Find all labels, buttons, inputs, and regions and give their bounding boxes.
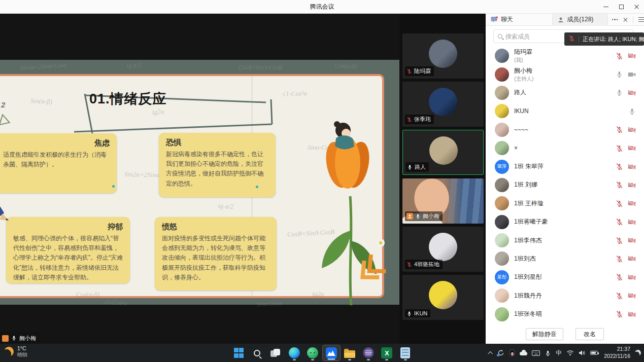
- wifi-icon[interactable]: [566, 350, 574, 356]
- tab-chat[interactable]: 聊天: [486, 14, 552, 26]
- mic-on-icon[interactable]: [616, 70, 623, 78]
- member-name: 1班 朱翠萍: [514, 162, 544, 171]
- camera-on-icon[interactable]: [628, 71, 636, 78]
- member-row[interactable]: ~~~~: [486, 121, 644, 139]
- member-row[interactable]: 翠萍1班 朱翠萍: [486, 157, 644, 175]
- camera-off-icon[interactable]: [628, 200, 636, 206]
- member-row[interactable]: IKUN: [486, 102, 644, 120]
- mic-muted-icon[interactable]: [616, 273, 623, 281]
- member-row[interactable]: 星彤1班刘星彤: [486, 268, 644, 286]
- mic-muted-icon[interactable]: [616, 218, 623, 226]
- camera-off-icon[interactable]: [628, 219, 636, 225]
- member-name: 1班魏丹丹: [514, 292, 542, 300]
- microphone-icon[interactable]: [545, 350, 551, 356]
- camera-off-icon[interactable]: [628, 127, 636, 133]
- camera-off-icon[interactable]: [628, 311, 636, 317]
- taskbar-app-notepad[interactable]: [396, 345, 415, 361]
- video-tile[interactable]: 陆玛霖: [402, 33, 484, 79]
- restore-button[interactable]: [614, 0, 629, 14]
- touch-keyboard-icon[interactable]: [532, 350, 540, 356]
- mic-muted-icon[interactable]: [616, 237, 623, 244]
- mic-muted-icon[interactable]: [616, 181, 623, 189]
- more-options-icon[interactable]: [612, 19, 618, 20]
- sticky-note: 抑郁敏感、同理心强的个体，很容易陷入“替代性创伤”之中，容易感到负罪和羞愧，心理…: [6, 217, 130, 283]
- camera-off-icon[interactable]: [628, 237, 636, 243]
- mic-muted-icon[interactable]: [616, 200, 623, 207]
- weather-temp: 1°C: [17, 345, 27, 352]
- mic-on-icon[interactable]: [616, 89, 623, 96]
- video-tile[interactable]: 张季玮: [402, 82, 484, 127]
- taskbar-app-green-messenger[interactable]: [303, 345, 322, 361]
- mic-on-icon: [407, 164, 413, 170]
- taskbar-app-purple-media-app[interactable]: [359, 345, 378, 361]
- member-row[interactable]: 阙小梅(主持人): [486, 65, 644, 83]
- close-button[interactable]: [629, 0, 644, 14]
- file-explorer-icon: [344, 350, 355, 358]
- running-indicator: [311, 359, 314, 360]
- member-row[interactable]: 陆玛霖(我): [486, 47, 644, 65]
- night-mode-moon-icon[interactable]: [635, 350, 641, 356]
- member-info: 1班 朱翠萍: [514, 162, 544, 171]
- divider: [633, 16, 633, 23]
- hidden-icons-chevron-icon[interactable]: [489, 351, 493, 355]
- avatar: [495, 178, 509, 192]
- weather-widget[interactable]: 1°C 晴朗: [4, 345, 27, 358]
- taskbar-app-search[interactable]: [248, 345, 267, 361]
- mic-muted-icon[interactable]: [616, 292, 623, 300]
- tab-members[interactable]: 成员(128): [552, 14, 607, 26]
- camera-off-icon[interactable]: [628, 53, 636, 59]
- mic-on-icon[interactable]: [628, 107, 636, 115]
- sync-icon[interactable]: [497, 349, 504, 356]
- taskbar-app-edge-browser[interactable]: [285, 345, 304, 361]
- member-row[interactable]: 1班蒋曦子豪: [486, 213, 644, 231]
- math-doodle-text: CosB=SinA·CosB: [239, 64, 282, 71]
- member-name: ×: [514, 144, 518, 152]
- close-panel-icon[interactable]: [623, 17, 628, 22]
- menu-icon[interactable]: [638, 17, 644, 22]
- mic-muted-icon[interactable]: [616, 163, 623, 170]
- taskbar-app-task-view[interactable]: [266, 345, 285, 361]
- member-row[interactable]: 1班 刘娜: [486, 176, 644, 194]
- ime-language-icon[interactable]: 中: [556, 349, 562, 357]
- member-name: 1班刘杰: [514, 255, 536, 263]
- member-row[interactable]: 1班魏丹丹: [486, 286, 644, 305]
- volume-icon[interactable]: [579, 350, 586, 356]
- minimize-button[interactable]: [598, 0, 614, 14]
- mic-muted-icon[interactable]: [616, 144, 623, 152]
- video-tile[interactable]: 路人: [402, 130, 484, 175]
- qq-penguin-icon[interactable]: [509, 349, 515, 356]
- camera-off-icon[interactable]: [628, 145, 636, 151]
- taskbar-app-start[interactable]: [229, 345, 248, 361]
- member-row[interactable]: 1班张冬晴: [486, 305, 644, 323]
- battery-icon[interactable]: [590, 351, 598, 355]
- mic-muted-icon[interactable]: [616, 126, 623, 133]
- mic-muted-icon[interactable]: [616, 52, 623, 60]
- camera-off-icon[interactable]: [628, 182, 636, 188]
- unmute-button[interactable]: 解除静音: [526, 328, 563, 340]
- note-body: 新冠病毒感染有很多不确定性，也让我们更加担心不确定的危险，关注官方疫情消息，做好…: [166, 150, 268, 189]
- video-tile[interactable]: 阙小梅: [402, 178, 484, 224]
- mic-muted-icon[interactable]: [616, 310, 623, 318]
- taskbar-app-tencent-meeting[interactable]: [322, 345, 341, 361]
- rename-button[interactable]: 改名: [575, 328, 604, 340]
- sticky-note: 愤怒面对疫情的多变性或生死问题个体可能会感到无能为力，转化为谩骂、敌意等攻击倾向…: [155, 217, 277, 291]
- taskbar-app-file-explorer[interactable]: [341, 345, 359, 361]
- cloud-icon[interactable]: [520, 350, 527, 355]
- taskbar-app-excel[interactable]: X: [378, 345, 396, 361]
- video-tile[interactable]: 4班骆拓地: [402, 227, 484, 272]
- camera-off-icon[interactable]: [628, 90, 636, 96]
- member-role: (我): [514, 57, 532, 64]
- camera-off-icon[interactable]: [628, 274, 636, 280]
- member-row[interactable]: ×: [486, 139, 644, 157]
- search-icon: [498, 34, 502, 39]
- camera-off-icon[interactable]: [628, 293, 636, 299]
- taskbar-clock[interactable]: 21:37 2022/11/16: [604, 346, 630, 359]
- camera-off-icon[interactable]: [628, 256, 636, 262]
- member-row[interactable]: 1班李伟杰: [486, 231, 644, 249]
- member-row[interactable]: 路人: [486, 84, 644, 102]
- mic-muted-icon[interactable]: [616, 255, 623, 263]
- member-row[interactable]: 1班刘杰: [486, 249, 644, 268]
- video-tile[interactable]: IKUN: [402, 275, 484, 320]
- member-row[interactable]: 1班 王梓璇: [486, 194, 644, 212]
- camera-off-icon[interactable]: [628, 164, 636, 170]
